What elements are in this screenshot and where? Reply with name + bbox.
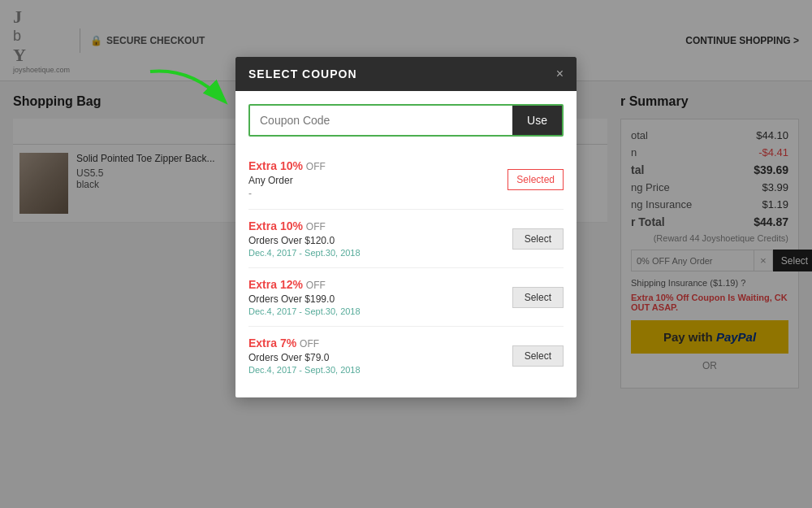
coupon-list: Extra 10% OFF Any Order - Selected Extra… xyxy=(248,150,564,384)
coupon-selected-button-1[interactable]: Selected xyxy=(508,169,564,190)
use-coupon-button[interactable]: Use xyxy=(512,106,562,135)
coupon-select-button-3[interactable]: Select xyxy=(512,287,564,308)
coupon-name-3: Extra 12% OFF xyxy=(248,278,512,291)
coupon-item-3: Extra 12% OFF Orders Over $199.0 Dec.4, … xyxy=(248,268,564,327)
coupon-code-input[interactable] xyxy=(250,106,512,135)
coupon-condition-1: Any Order xyxy=(248,175,508,186)
coupon-validity-3: Dec.4, 2017 - Sept.30, 2018 xyxy=(248,306,512,316)
coupon-validity-2: Dec.4, 2017 - Sept.30, 2018 xyxy=(248,248,512,258)
coupon-info-3: Extra 12% OFF Orders Over $199.0 Dec.4, … xyxy=(248,278,512,316)
coupon-off-1: OFF xyxy=(306,161,326,172)
modal-close-button[interactable]: × xyxy=(556,67,564,81)
coupon-info-1: Extra 10% OFF Any Order - xyxy=(248,159,508,199)
coupon-amount-3: Extra 12% xyxy=(248,278,303,291)
coupon-off-3: OFF xyxy=(306,280,326,291)
coupon-select-button-4[interactable]: Select xyxy=(512,345,564,367)
coupon-code-input-row: Use xyxy=(248,104,564,137)
coupon-name-2: Extra 10% OFF xyxy=(248,219,512,232)
coupon-off-2: OFF xyxy=(306,221,326,232)
coupon-item-1: Extra 10% OFF Any Order - Selected xyxy=(248,150,564,210)
modal-header: SELECT COUPON × xyxy=(235,57,577,91)
coupon-item-2: Extra 10% OFF Orders Over $120.0 Dec.4, … xyxy=(248,210,564,268)
coupon-name-4: Extra 7% OFF xyxy=(248,336,512,350)
coupon-info-2: Extra 10% OFF Orders Over $120.0 Dec.4, … xyxy=(248,219,512,258)
select-coupon-modal: SELECT COUPON × Use Extra 10% OFF xyxy=(235,57,577,397)
modal-body: Use Extra 10% OFF Any Order - Selected xyxy=(235,91,577,397)
modal-title: SELECT COUPON xyxy=(248,67,357,80)
coupon-condition-2: Orders Over $120.0 xyxy=(248,235,512,246)
coupon-amount-1: Extra 10% xyxy=(248,159,303,172)
coupon-condition-4: Orders Over $79.0 xyxy=(248,352,512,363)
coupon-info-4: Extra 7% OFF Orders Over $79.0 Dec.4, 20… xyxy=(248,336,512,375)
coupon-item-4: Extra 7% OFF Orders Over $79.0 Dec.4, 20… xyxy=(248,327,564,384)
coupon-off-4: OFF xyxy=(300,338,319,350)
coupon-name-1: Extra 10% OFF xyxy=(248,159,508,172)
coupon-condition-3: Orders Over $199.0 xyxy=(248,293,512,305)
coupon-amount-2: Extra 10% xyxy=(248,219,303,232)
coupon-amount-4: Extra 7% xyxy=(248,336,296,350)
modal-overlay: SELECT COUPON × Use Extra 10% OFF xyxy=(0,0,812,402)
coupon-dash-1: - xyxy=(248,188,508,199)
coupon-validity-4: Dec.4, 2017 - Sept.30, 2018 xyxy=(248,365,512,375)
coupon-select-button-2[interactable]: Select xyxy=(512,228,564,250)
